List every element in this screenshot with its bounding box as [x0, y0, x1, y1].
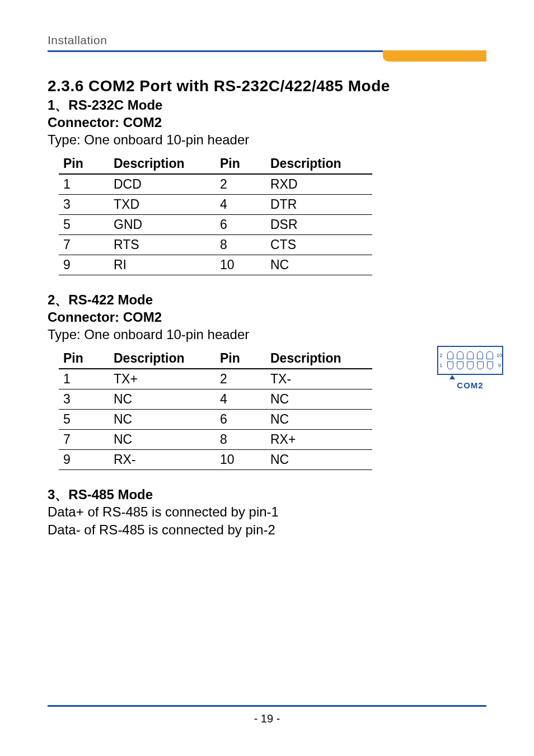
mode2-title: 2、RS-422 Mode — [48, 291, 486, 308]
pin-icon — [486, 351, 493, 359]
mode1-connector: Connector: COM2 — [48, 114, 486, 131]
arrow-up-icon — [449, 375, 455, 379]
header-rule — [48, 50, 486, 52]
mode3-block: 3、RS-485 Mode Data+ of RS-485 is connect… — [48, 486, 486, 539]
table-row: 7RTS8CTS — [59, 234, 372, 255]
mode1-type: Type: One onboard 10-pin header — [48, 131, 486, 149]
footer-rule — [48, 705, 486, 707]
col-pin: Pin — [59, 349, 109, 369]
col-description: Description — [109, 154, 216, 174]
pin-icon — [457, 361, 463, 369]
pin-icon — [487, 361, 494, 369]
connector-diagram: 2 10 1 9 COM2 — [437, 346, 503, 390]
pin-icon — [457, 351, 463, 359]
col-description: Description — [266, 349, 372, 369]
table-row: 3TXD4DTR — [59, 194, 372, 214]
pin-icon — [477, 351, 484, 359]
col-description: Description — [109, 349, 216, 369]
pin-icon — [467, 361, 474, 369]
pin-icon — [477, 361, 484, 369]
diagram-label: COM2 — [437, 381, 503, 390]
pin-icon — [467, 351, 474, 359]
mode3-line1: Data+ of RS-485 is connected by pin-1 — [48, 503, 486, 521]
pin-num-bottom-right: 9 — [496, 363, 502, 368]
page-number: - 19 - — [48, 712, 486, 725]
table-header-row: Pin Description Pin Description — [59, 154, 372, 174]
table-row: 1DCD2RXD — [59, 174, 372, 195]
table-row: 7NC8RX+ — [59, 429, 372, 449]
pin-num-bottom-left: 1 — [438, 363, 444, 368]
table-row: 9RX-10NC — [59, 449, 372, 469]
mode1-title: 1、RS-232C Mode — [48, 96, 486, 114]
col-pin: Pin — [216, 349, 266, 369]
pin-num-top-left: 2 — [438, 353, 444, 358]
mode2-block: 2、RS-422 Mode Connector: COM2 Type: One … — [48, 291, 486, 470]
table-row: 1TX+2TX- — [59, 369, 372, 389]
pin-icon — [447, 361, 454, 369]
page-footer: - 19 - — [48, 705, 486, 725]
mode3-title: 3、RS-485 Mode — [48, 486, 486, 503]
section-heading: 2.3.6 COM2 Port with RS-232C/422/485 Mod… — [48, 77, 486, 95]
pin-icon — [447, 351, 454, 359]
table-row: 3NC4NC — [59, 389, 372, 409]
mode2-type: Type: One onboard 10-pin header — [48, 326, 486, 344]
col-description: Description — [266, 154, 372, 174]
mode1-block: 1、RS-232C Mode Connector: COM2 Type: One… — [48, 96, 486, 275]
table-row: 5GND6DSR — [59, 214, 372, 234]
table-row: 5NC6NC — [59, 409, 372, 429]
mode2-table: Pin Description Pin Description 1TX+2TX-… — [59, 349, 372, 470]
mode2-connector: Connector: COM2 — [48, 308, 486, 326]
table-row: 9RI10NC — [59, 255, 372, 275]
header-section-label: Installation — [48, 34, 486, 47]
mode1-table: Pin Description Pin Description 1DCD2RXD… — [59, 154, 372, 275]
mode3-line2: Data- of RS-485 is connected by pin-2 — [48, 521, 486, 539]
col-pin: Pin — [59, 154, 109, 174]
col-pin: Pin — [216, 154, 266, 174]
pin-num-top-right: 10 — [496, 353, 502, 358]
pin-header-icon: 2 10 1 9 — [437, 346, 503, 375]
table-header-row: Pin Description Pin Description — [59, 349, 372, 369]
